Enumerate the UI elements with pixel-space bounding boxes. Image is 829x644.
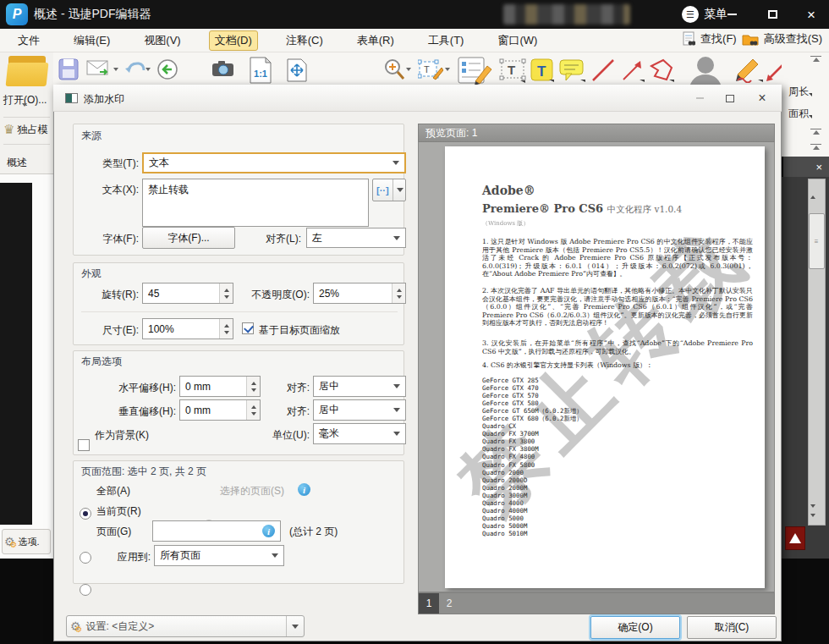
settings-combobox[interactable]: ⚙ ⚙ 设置: <自定义> xyxy=(66,615,305,637)
menu-file[interactable]: 文件 xyxy=(12,30,46,51)
source-section-title: 来源 xyxy=(81,129,102,143)
align2-combobox[interactable]: 居中 xyxy=(313,399,406,421)
polygon-tool-icon[interactable] xyxy=(646,58,675,83)
scrollbar-thumb[interactable]: ≡ xyxy=(809,213,825,269)
align-combobox[interactable]: 左 xyxy=(306,228,406,248)
dialog-close-button[interactable]: × xyxy=(749,90,775,107)
open-dropdown-icon[interactable] xyxy=(22,107,27,122)
edit-object-icon[interactable]: T xyxy=(418,59,443,81)
v-offset-label: 垂直偏移(H): xyxy=(93,405,176,419)
font-label: 字体(F): xyxy=(81,232,139,246)
hamburger-menu-icon[interactable]: ☰ xyxy=(682,6,699,23)
undo-icon[interactable] xyxy=(124,58,145,77)
collapse-up-icon[interactable] xyxy=(810,56,821,63)
dialog-maximize-button[interactable] xyxy=(717,90,743,107)
measure-area-label[interactable]: 面积 xyxy=(788,107,812,121)
titlebar: P 概述 - 迅捷PDF编辑器 ☰ 菜单 × xyxy=(0,0,829,29)
collapse-up-icon-3[interactable] xyxy=(810,144,821,151)
type-value: 文本 xyxy=(149,156,169,170)
highlight-text-icon[interactable]: T xyxy=(530,58,555,83)
current-page-label[interactable]: 当前页(R) xyxy=(96,504,141,519)
exclusive-mode-button[interactable]: ♛ 独占模 xyxy=(3,122,47,137)
size-spinner[interactable]: 100% xyxy=(142,318,233,339)
h-offset-value: 0 mm xyxy=(185,381,211,393)
comment-note-icon[interactable] xyxy=(558,58,585,83)
h-offset-spinner[interactable]: 0 mm xyxy=(179,376,261,397)
v-offset-spin-buttons[interactable] xyxy=(246,400,260,420)
font-button[interactable]: 字体(F)... xyxy=(142,227,235,249)
all-pages-label[interactable]: 全部(A) xyxy=(96,484,130,498)
line-tool-icon[interactable] xyxy=(590,58,616,83)
menu-edit[interactable]: 编辑(E) xyxy=(68,30,116,51)
opacity-spinner[interactable]: 25% xyxy=(313,283,406,304)
pages-label[interactable]: 页面(G) xyxy=(96,525,131,539)
doc-paragraph-2: 2. 本次汉化完善了 AAF 导出单元的语句翻译，其他略有小修正。本中文化补丁默… xyxy=(482,287,753,328)
email-dropdown-icon[interactable] xyxy=(113,68,118,71)
page-tab-1[interactable]: 1 xyxy=(419,593,439,614)
settings-dropdown-icon[interactable] xyxy=(286,616,304,636)
advanced-find-button[interactable]: 高级查找(S) xyxy=(764,31,822,47)
opacity-spin-buttons[interactable] xyxy=(392,283,405,303)
v-offset-spinner[interactable]: 0 mm xyxy=(179,399,261,421)
pages-info-icon[interactable]: i xyxy=(262,525,275,537)
rotate-spinner[interactable]: 45 xyxy=(142,283,233,304)
menu-form[interactable]: 表单(R) xyxy=(351,30,400,51)
preview-page[interactable]: Adobe® Premiere® Pro CS6 中文化程序 v1.0.4 （W… xyxy=(445,146,765,588)
scrollbar-page-down-icon[interactable] xyxy=(810,517,815,532)
menu-comment[interactable]: 注释(C) xyxy=(280,30,329,51)
menu-tools[interactable]: 工具(T) xyxy=(422,30,470,51)
macro-dropdown-icon[interactable] xyxy=(393,179,407,201)
dialog-titlebar[interactable] xyxy=(53,85,782,112)
menu-window[interactable]: 窗口(W) xyxy=(491,30,543,51)
align1-combobox[interactable]: 居中 xyxy=(313,376,406,397)
unit-combobox[interactable]: 毫米 xyxy=(313,423,406,444)
rotate-spin-buttons[interactable] xyxy=(219,283,233,303)
apply-to-combobox[interactable]: 所有页面 xyxy=(154,545,284,566)
h-offset-spin-buttons[interactable] xyxy=(246,377,260,396)
find-button[interactable]: 查找(F) xyxy=(700,31,737,47)
edit-content-icon[interactable] xyxy=(457,56,492,86)
measure-perimeter-label[interactable]: 周长 xyxy=(788,85,812,99)
edit-object-dropdown-icon[interactable] xyxy=(445,68,450,71)
undo-dropdown-icon[interactable] xyxy=(145,68,151,71)
current-page-radio[interactable] xyxy=(80,552,91,564)
size-spin-buttons[interactable] xyxy=(219,319,233,339)
scale-to-page-label: 基于目标页面缩放 xyxy=(259,323,340,338)
menu-view[interactable]: 视图(V) xyxy=(138,30,186,51)
options-button[interactable]: ⚙ ⚙ 选项. xyxy=(2,529,51,554)
overview-tab[interactable]: 概述 xyxy=(7,156,27,170)
adobe-pdf-icon xyxy=(785,526,805,550)
scrollbar-up-icon[interactable] xyxy=(810,181,815,196)
close-button[interactable]: × xyxy=(797,4,826,25)
thumbnail-strip[interactable] xyxy=(0,183,32,525)
snapshot-camera-icon[interactable] xyxy=(211,60,235,77)
zoom-tools-dropdown-icon[interactable] xyxy=(406,68,411,71)
email-icon[interactable] xyxy=(86,60,110,77)
selected-pages-info-icon[interactable]: i xyxy=(298,483,310,496)
macro-button[interactable]: [··] xyxy=(372,179,406,201)
zoom-in-icon[interactable] xyxy=(382,58,406,81)
v-offset-value: 0 mm xyxy=(185,405,211,416)
collapse-up-icon-2[interactable] xyxy=(810,129,821,135)
maximize-button[interactable] xyxy=(758,4,787,25)
scale-to-page-checkbox[interactable] xyxy=(242,322,254,334)
save-icon[interactable] xyxy=(58,58,80,81)
fit-page-icon[interactable] xyxy=(286,58,308,83)
ok-button[interactable]: 确定(O) xyxy=(590,616,680,639)
pencil-annotation-icon[interactable] xyxy=(734,58,763,83)
all-pages-radio[interactable] xyxy=(80,508,91,520)
pages-radio[interactable] xyxy=(80,584,91,596)
watermark-text-input[interactable]: 禁止转载 xyxy=(142,179,369,227)
actual-size-icon[interactable]: 1:1 xyxy=(249,56,272,85)
textbox-tool-icon[interactable]: T xyxy=(499,58,526,83)
sidebar-divider-2 xyxy=(3,144,50,145)
panel-close-icon[interactable]: × xyxy=(815,161,822,173)
arrow-tool-icon[interactable] xyxy=(619,58,645,83)
as-background-checkbox[interactable] xyxy=(78,439,90,451)
cancel-button[interactable]: 取消(C) xyxy=(687,616,777,639)
page-tab-2[interactable]: 2 xyxy=(439,593,459,614)
minimize-button[interactable] xyxy=(717,4,746,25)
previous-view-icon[interactable] xyxy=(156,58,179,81)
type-combobox[interactable]: 文本 xyxy=(142,152,406,173)
menu-document[interactable]: 文档(D) xyxy=(209,30,258,51)
